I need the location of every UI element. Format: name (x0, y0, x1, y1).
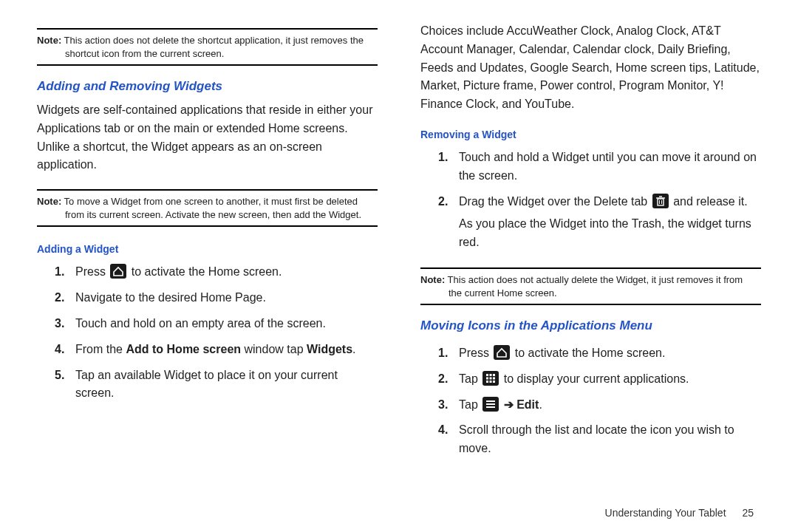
note-label: Note: (37, 196, 61, 207)
page-number: 25 (742, 507, 754, 519)
svg-rect-6 (490, 374, 492, 376)
trash-icon (652, 194, 669, 208)
step-text: Touch and hold a Widget until you can mo… (459, 151, 757, 182)
list-item: 2. Tap to display your current applicati… (420, 366, 761, 392)
home-icon (494, 345, 510, 360)
note-text-cont: shortcut icon from the current screen. (37, 47, 378, 61)
list-item: 4. Scroll through the list and locate th… (420, 417, 761, 462)
svg-rect-8 (486, 377, 488, 379)
section-title-moving-icons: Moving Icons in the Applications Menu (420, 318, 761, 333)
svg-rect-12 (490, 381, 492, 383)
note-text: To move a Widget from one screen to anot… (64, 196, 358, 207)
step-text: Scroll through the list and locate the i… (459, 423, 734, 454)
left-column: Note: This action does not delete the sh… (37, 22, 378, 462)
section-title-adding-removing-widgets: Adding and Removing Widgets (37, 79, 378, 94)
step-text: Press (459, 347, 492, 359)
step-text: to display your current applications. (500, 372, 689, 385)
step-text: Tap (459, 372, 481, 385)
note-label: Note: (420, 274, 445, 285)
svg-rect-5 (486, 374, 488, 376)
svg-rect-11 (486, 381, 488, 383)
note-label: Note: (37, 35, 61, 46)
svg-rect-0 (658, 199, 664, 205)
list-item: 1. Touch and hold a Widget until you can… (420, 145, 761, 189)
svg-rect-13 (493, 381, 495, 383)
step-text: Touch and hold on an empty area of the s… (75, 317, 326, 330)
step-text: to activate the Home screen. (128, 265, 282, 278)
step-text: Press (75, 265, 109, 278)
step-text: Tap (459, 398, 481, 411)
arrow-icon: ➔ (504, 398, 514, 411)
page-footer: Understanding Your Tablet 25 (605, 507, 754, 519)
list-item: 4. From the Add to Home screen window ta… (37, 337, 378, 363)
list-item: 1. Press to activate the Home screen. (37, 259, 378, 285)
svg-rect-9 (490, 377, 492, 379)
step-text: to activate the Home screen. (511, 347, 665, 359)
note-text-cont: from its current screen. Activate the ne… (37, 208, 378, 222)
subsection-title-removing-widget: Removing a Widget (420, 129, 761, 140)
paragraph-widget-choices: Choices include AccuWeather Clock, Analo… (420, 22, 761, 114)
step-text: Navigate to the desired Home Page. (75, 291, 266, 304)
step-text: From the (75, 343, 126, 355)
svg-rect-7 (493, 374, 495, 376)
step-bold: Edit (514, 398, 539, 411)
list-item: 2. Drag the Widget over the Delete tab a… (420, 189, 761, 256)
home-icon (110, 264, 126, 279)
paragraph-widgets-intro: Widgets are self-contained applications … (37, 101, 378, 174)
note-block-1: Note: This action does not delete the sh… (37, 28, 378, 66)
step-text: . (539, 398, 542, 411)
note-text: This action does not delete the shortcut… (64, 35, 364, 46)
step-text: Tap an available Widget to place it on y… (75, 369, 338, 400)
steps-adding-widget: 1. Press to activate the Home screen. 2.… (37, 259, 378, 406)
list-item: 2. Navigate to the desired Home Page. (37, 285, 378, 311)
step-text: window tap (241, 343, 307, 355)
menu-icon (482, 397, 499, 412)
step-bold: Add to Home screen (126, 343, 241, 355)
page-content: Note: This action does not delete the sh… (0, 0, 798, 469)
note-block-3: Note: This action does not actually dele… (420, 267, 761, 305)
right-column: Choices include AccuWeather Clock, Analo… (420, 22, 761, 462)
list-item: 1. Press to activate the Home screen. (420, 341, 761, 366)
list-item: 5. Tap an available Widget to place it o… (37, 363, 378, 407)
step-followup: As you place the Widget into the Trash, … (459, 215, 761, 252)
note-block-2: Note: To move a Widget from one screen t… (37, 189, 378, 227)
step-text: Drag the Widget over the Delete tab (459, 195, 651, 208)
note-text-cont: the current Home screen. (420, 287, 761, 300)
svg-rect-10 (493, 377, 495, 379)
note-text: This action does not actually delete the… (448, 274, 743, 285)
apps-grid-icon (482, 371, 499, 386)
list-item: 3. Tap ➔ Edit. (420, 392, 761, 418)
footer-section-name: Understanding Your Tablet (605, 507, 726, 519)
step-text: . (352, 343, 355, 355)
steps-moving-icons: 1. Press to activate the Home screen. 2.… (420, 341, 761, 462)
steps-removing-widget: 1. Touch and hold a Widget until you can… (420, 145, 761, 256)
step-bold: Widgets (307, 343, 352, 355)
subsection-title-adding-widget: Adding a Widget (37, 243, 378, 255)
list-item: 3. Touch and hold on an empty area of th… (37, 311, 378, 337)
step-text: and release it. (670, 195, 748, 208)
